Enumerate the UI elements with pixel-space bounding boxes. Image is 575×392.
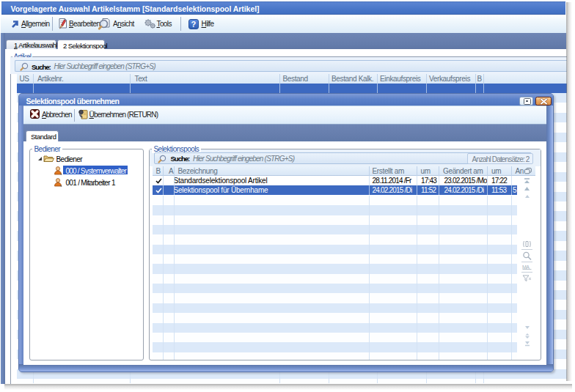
svg-text:MA: MA (522, 264, 530, 269)
